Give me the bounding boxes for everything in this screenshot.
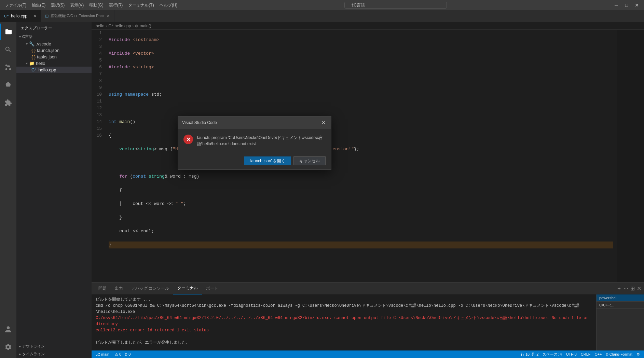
tree-label-vscode: .vscode xyxy=(36,41,51,46)
tree-item-hello-cpp[interactable]: C⁺ hello.cpp xyxy=(16,67,92,73)
terminal-content[interactable]: ビルドを開始しています ... cmd /c chcp 65001>nul &&… xyxy=(92,294,596,350)
breadcrumb-hello[interactable]: hello xyxy=(96,24,104,28)
dialog-cancel-button[interactable]: キャンセル xyxy=(293,156,326,165)
line-numbers: 1 2 3 4 5 6 7 8 9 10 11 12 13 14 15 16 xyxy=(92,30,105,282)
dialog-body: ✕ launch: program 'C:\Users\Necko\OneDri… xyxy=(178,129,331,152)
close-button[interactable]: ✕ xyxy=(632,2,641,8)
dialog-footer: 'launch.json' を開く キャンセル xyxy=(178,152,331,169)
code-line-2: #include <vector> xyxy=(109,50,613,57)
outline-label: アウトライン xyxy=(22,344,45,349)
menu-edit[interactable]: 編集(E) xyxy=(30,2,47,9)
window-controls: ─ □ ✕ xyxy=(612,2,641,8)
vscode-folder-icon: 🔧 xyxy=(29,41,35,46)
breadcrumb-file[interactable]: C⁺ hello.cpp xyxy=(108,24,131,28)
panel-split-button[interactable]: ⊞ xyxy=(630,285,635,292)
status-errors[interactable]: ⚠ 0 ⊘ 0 xyxy=(113,352,132,357)
status-branch[interactable]: ⎇ main xyxy=(94,352,111,357)
activity-extensions[interactable] xyxy=(0,95,16,111)
status-line-ending[interactable]: CRLF xyxy=(579,352,592,357)
panel-tab-terminal[interactable]: ターミナル xyxy=(173,283,202,294)
minimize-button[interactable]: ─ xyxy=(612,2,621,8)
sidebar: エクスプローラー ▾ C言語 ▾ 🔧 .vscode { } launch.js… xyxy=(16,22,92,358)
breadcrumb-sep1: › xyxy=(106,24,107,28)
menu-go[interactable]: 移動(G) xyxy=(87,2,105,9)
dialog-title: Visual Studio Code xyxy=(182,120,217,125)
terminal-right-pane: powershell C/C++:... xyxy=(596,294,644,350)
sidebar-section-outline[interactable]: ▸ アウトライン xyxy=(16,342,92,350)
tab-hello-cpp[interactable]: C⁺ hello.cpp ✕ xyxy=(0,10,41,22)
activity-bar xyxy=(0,22,16,358)
activity-debug[interactable] xyxy=(0,77,16,93)
tab-ext-pack[interactable]: ◫ 拡張機能 C/C++ Extension Pack ✕ xyxy=(41,10,114,22)
dialog-open-launch-json-button[interactable]: 'launch.json' を開く xyxy=(244,156,291,165)
code-line-14: } xyxy=(109,214,613,221)
terminal-pane-powershell[interactable]: powershell xyxy=(597,294,644,302)
terminal-line-7 xyxy=(96,346,592,350)
activity-git[interactable] xyxy=(0,59,16,75)
terminal-body: ビルドを開始しています ... cmd /c chcp 65001>nul &&… xyxy=(92,294,644,350)
panel-add-button[interactable]: ＋ xyxy=(616,285,622,292)
status-encoding[interactable]: UTF-8 xyxy=(565,352,578,357)
activity-files[interactable] xyxy=(0,24,16,40)
panel-tab-ports[interactable]: ポート xyxy=(202,283,222,294)
chevron-right-icon2: ▸ xyxy=(19,352,21,356)
panel-tab-output[interactable]: 出力 xyxy=(111,283,127,294)
sidebar-section-clang[interactable]: ▾ C言語 xyxy=(16,33,92,41)
menu-select[interactable]: 選択(S) xyxy=(49,2,67,9)
chevron-down-icon: ▾ xyxy=(19,35,21,39)
minimap xyxy=(617,30,644,282)
code-line-13: │ cout << word << " "; xyxy=(109,201,613,207)
chevron-down-icon2: ▾ xyxy=(26,61,28,65)
tree-label-tasks-json: tasks.json xyxy=(37,54,57,59)
svg-point-0 xyxy=(9,68,11,70)
menu-help[interactable]: ヘルプ(H) xyxy=(157,2,180,9)
editor-area: hello › C⁺ hello.cpp › ⊛ main() 1 2 3 4 … xyxy=(92,22,644,358)
menu-view[interactable]: 表示(V) xyxy=(68,2,86,9)
sidebar-section-timeline[interactable]: ▸ タイムライン xyxy=(16,350,92,358)
panel-more-button[interactable]: ··· xyxy=(624,285,628,291)
search-input[interactable] xyxy=(344,2,447,9)
menu-bar[interactable]: ファイル(F) 編集(E) 選択(S) 表示(V) 移動(G) 実行(R) ター… xyxy=(3,2,179,9)
status-right: 行 16, 列 2 スペース: 4 UTF-8 CRLF C++ {} Clan… xyxy=(519,352,641,357)
status-settings-icon[interactable]: ⚙ xyxy=(635,352,641,357)
error-dialog: Visual Studio Code ✕ ✕ launch: program '… xyxy=(178,116,331,170)
maximize-button[interactable]: □ xyxy=(622,2,631,8)
status-bar: ⎇ main ⚠ 0 ⊘ 0 行 16, 列 2 スペース: 4 UTF-8 C… xyxy=(92,350,644,358)
code-line-15: cout << endl; xyxy=(109,228,613,235)
tree-item-tasks-json[interactable]: { } tasks.json xyxy=(16,54,92,60)
activity-account[interactable] xyxy=(0,321,16,338)
panel-tab-debug-console[interactable]: デバッグ コンソール xyxy=(127,283,173,294)
cpp-icon: C⁺ xyxy=(31,67,37,72)
tree-item-hello[interactable]: ▾ 📁 hello xyxy=(16,60,92,67)
tree-item-vscode[interactable]: ▾ 🔧 .vscode xyxy=(16,41,92,47)
panel-tabs: 問題 出力 デバッグ コンソール ターミナル ポート ＋ ··· ⊞ ✕ xyxy=(92,283,644,294)
terminal-line-2: cmd /c chcp 65001>nul && C:\msys64\ucrt6… xyxy=(96,303,592,315)
tree-item-launch-json[interactable]: { } launch.json xyxy=(16,47,92,54)
terminal-pane-cpp[interactable]: C/C++:... xyxy=(597,302,644,309)
svg-point-2 xyxy=(5,68,8,70)
menu-file[interactable]: ファイル(F) xyxy=(3,2,28,9)
status-line-col[interactable]: 行 16, 列 2 xyxy=(519,352,540,357)
code-editor[interactable]: 1 2 3 4 5 6 7 8 9 10 11 12 13 14 15 16 #… xyxy=(92,30,644,282)
activity-search[interactable] xyxy=(0,41,16,58)
dialog-close-button[interactable]: ✕ xyxy=(320,119,327,126)
panel-close-button[interactable]: ✕ xyxy=(637,285,641,292)
breadcrumb: hello › C⁺ hello.cpp › ⊛ main() xyxy=(92,22,644,30)
menu-run[interactable]: 実行(R) xyxy=(107,2,125,9)
status-language[interactable]: C++ xyxy=(593,352,603,357)
terminal-line-5 xyxy=(96,333,592,340)
chevron-right-icon: ▸ xyxy=(19,344,21,348)
tree-label-launch-json: launch.json xyxy=(37,48,59,53)
terminal-panel: 問題 出力 デバッグ コンソール ターミナル ポート ＋ ··· ⊞ ✕ ビルド… xyxy=(92,282,644,350)
terminal-line-6: ビルドが完了しましたが、エラーが発生しました。 xyxy=(96,340,592,346)
title-bar: ファイル(F) 編集(E) 選択(S) 表示(V) 移動(G) 実行(R) ター… xyxy=(0,0,644,10)
code-line-1: #include <iostream> xyxy=(109,37,613,43)
menu-terminal[interactable]: ターミナル(T) xyxy=(126,2,156,9)
tab-close-hello[interactable]: ✕ xyxy=(33,14,37,18)
status-formatter[interactable]: {} Clang-Format xyxy=(604,352,634,357)
activity-settings[interactable] xyxy=(0,339,16,355)
tab-close-ext[interactable]: ✕ xyxy=(107,14,110,18)
status-spaces[interactable]: スペース: 4 xyxy=(541,352,563,357)
breadcrumb-main[interactable]: ⊛ main() xyxy=(135,24,151,28)
panel-tab-problems[interactable]: 問題 xyxy=(94,283,111,294)
